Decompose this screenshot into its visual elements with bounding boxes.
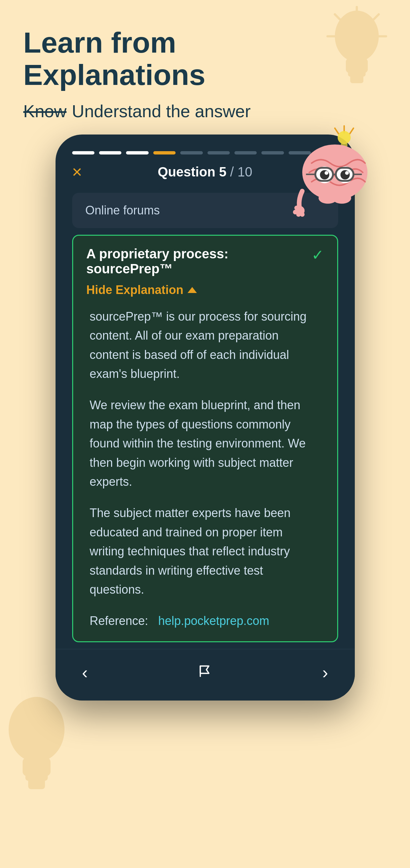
progress-bar-4 bbox=[153, 151, 176, 154]
progress-bar-2 bbox=[99, 151, 122, 154]
svg-point-18 bbox=[302, 145, 368, 200]
svg-point-22 bbox=[340, 170, 349, 180]
svg-line-14 bbox=[335, 128, 339, 134]
phone-container: × Question 5 / 10 Online forums ✓ A prop… bbox=[56, 134, 355, 701]
chevron-up-icon bbox=[187, 287, 197, 293]
progress-bar-8 bbox=[261, 151, 284, 154]
bottom-navigation: ‹ › bbox=[56, 649, 355, 696]
previous-answer-text: Online forums bbox=[86, 204, 160, 217]
svg-point-36 bbox=[333, 192, 351, 204]
explanation-content: sourcePrep™ is our process for sourcing … bbox=[87, 307, 324, 630]
header-subtitle: Know Understand the answer bbox=[23, 101, 387, 121]
svg-point-16 bbox=[338, 131, 350, 144]
explanation-paragraph-1: sourcePrep™ is our process for sourcing … bbox=[90, 307, 320, 383]
correct-answer-text: A proprietary process: sourcePrep™ bbox=[87, 246, 324, 276]
correct-answer-option: ✓ A proprietary process: sourcePrep™ Hid… bbox=[72, 235, 338, 642]
reference-link[interactable]: help.pocketprep.com bbox=[158, 614, 269, 628]
svg-point-31 bbox=[294, 206, 299, 210]
svg-point-34 bbox=[300, 212, 305, 217]
subtitle-text: Understand the answer bbox=[72, 101, 251, 121]
svg-point-9 bbox=[9, 697, 65, 762]
svg-rect-12 bbox=[28, 778, 45, 789]
close-button[interactable]: × bbox=[72, 163, 82, 181]
flag-icon bbox=[198, 663, 212, 678]
title-text: Learn fromExplanations bbox=[23, 26, 205, 91]
reference-text: Reference: help.pocketprep.com bbox=[90, 611, 320, 630]
header-section: Learn fromExplanations Know Understand t… bbox=[0, 0, 410, 134]
svg-point-24 bbox=[345, 171, 348, 175]
progress-bar-7 bbox=[234, 151, 257, 154]
progress-bar-5 bbox=[180, 151, 203, 154]
strikethrough-text: Know bbox=[23, 101, 67, 121]
progress-bar-6 bbox=[207, 151, 230, 154]
back-button[interactable]: ‹ bbox=[82, 662, 88, 683]
checkmark-icon: ✓ bbox=[312, 246, 324, 264]
explanation-paragraph-2: We review the exam blueprint, and then m… bbox=[90, 396, 320, 491]
svg-point-23 bbox=[324, 171, 328, 175]
svg-line-15 bbox=[349, 128, 353, 134]
page-title: Learn fromExplanations bbox=[23, 27, 387, 91]
flag-button[interactable] bbox=[198, 663, 212, 682]
explanation-paragraph-3: The subject matter experts have been edu… bbox=[90, 503, 320, 599]
progress-bar-3 bbox=[126, 151, 148, 154]
forward-button[interactable]: › bbox=[322, 662, 328, 683]
question-number: Question 5 / 10 bbox=[158, 164, 252, 180]
hide-explanation-button[interactable]: Hide Explanation bbox=[87, 283, 324, 297]
svg-point-21 bbox=[320, 170, 329, 180]
brain-character bbox=[288, 121, 381, 228]
progress-bar-1 bbox=[72, 151, 95, 154]
